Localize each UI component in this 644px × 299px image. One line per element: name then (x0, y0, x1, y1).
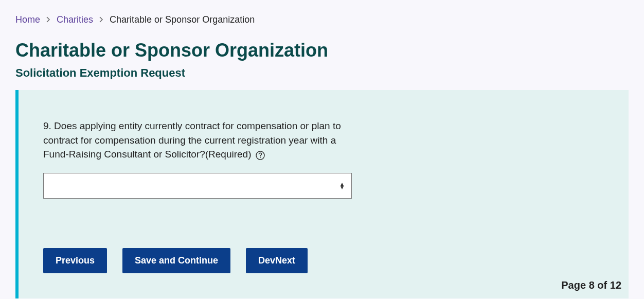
question-block: 9. Does applying entity currently contra… (43, 119, 352, 199)
previous-button[interactable]: Previous (43, 248, 107, 273)
breadcrumb: Home Charities Charitable or Sponsor Org… (15, 14, 629, 25)
form-panel: 9. Does applying entity currently contra… (15, 90, 629, 298)
page-indicator: Page 8 of 12 (561, 279, 621, 291)
question-select[interactable] (43, 173, 352, 199)
chevron-right-icon (99, 16, 103, 24)
breadcrumb-link-charities[interactable]: Charities (57, 14, 93, 25)
help-icon[interactable] (256, 151, 265, 160)
question-text: 9. Does applying entity currently contra… (43, 120, 341, 160)
save-continue-button[interactable]: Save and Continue (122, 248, 230, 273)
svg-point-1 (260, 157, 261, 158)
page-title: Charitable or Sponsor Organization (15, 40, 629, 61)
button-row: Previous Save and Continue DevNext (43, 248, 604, 273)
breadcrumb-link-home[interactable]: Home (15, 14, 40, 25)
question-label: 9. Does applying entity currently contra… (43, 122, 341, 159)
dev-next-button[interactable]: DevNext (246, 248, 308, 273)
page-subtitle: Solicitation Exemption Request (15, 66, 629, 80)
chevron-right-icon (46, 16, 50, 24)
question-select-wrap: ▴▾ (43, 173, 352, 199)
breadcrumb-current: Charitable or Sponsor Organization (110, 14, 255, 25)
